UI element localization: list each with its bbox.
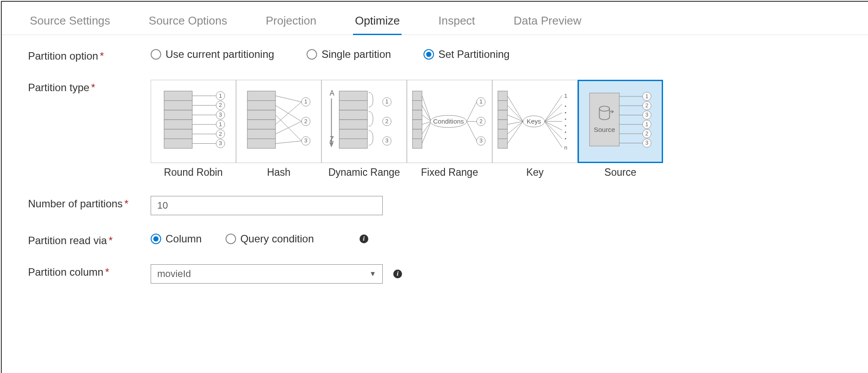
partition-column-label: Partition column* — [28, 264, 151, 278]
svg-line-100 — [545, 121, 562, 139]
tab-source-options[interactable]: Source Options — [147, 11, 229, 35]
svg-line-92 — [508, 121, 523, 143]
svg-text:3: 3 — [304, 137, 307, 144]
svg-text:Keys: Keys — [527, 118, 541, 125]
svg-text:3: 3 — [646, 140, 649, 146]
svg-rect-59 — [413, 101, 422, 110]
svg-point-109 — [565, 138, 566, 139]
info-icon[interactable]: i — [360, 234, 368, 243]
svg-text:A: A — [330, 89, 335, 97]
svg-text:2: 2 — [219, 102, 222, 108]
partition-type-label-round-robin: Round Robin — [151, 163, 236, 178]
svg-rect-60 — [413, 110, 422, 120]
partition-type-round-robin[interactable]: 123123 — [151, 80, 236, 163]
svg-rect-58 — [413, 91, 422, 101]
radio-use-current-partitioning[interactable]: Use current partitioning — [151, 48, 274, 60]
partition-type-label-source: Source — [578, 163, 663, 178]
svg-rect-4 — [164, 129, 192, 139]
svg-rect-24 — [247, 91, 275, 101]
svg-rect-3 — [164, 120, 192, 129]
info-icon[interactable]: i — [393, 270, 402, 278]
svg-rect-63 — [413, 139, 422, 149]
svg-point-106 — [565, 119, 566, 120]
hash-icon: 123 — [236, 80, 321, 163]
tab-source-settings[interactable]: Source Settings — [28, 11, 112, 35]
svg-text:3: 3 — [219, 111, 222, 118]
svg-rect-86 — [498, 139, 508, 149]
tab-data-preview[interactable]: Data Preview — [512, 11, 583, 35]
partition-column-select[interactable]: movieId ▼ — [151, 264, 383, 284]
partition-type-key[interactable]: Keys 1n — [492, 80, 578, 163]
num-partitions-label: Number of partitions* — [28, 196, 151, 210]
svg-rect-2 — [164, 110, 192, 120]
svg-rect-28 — [247, 129, 275, 139]
svg-text:1: 1 — [219, 121, 222, 128]
svg-rect-46 — [339, 91, 367, 101]
svg-rect-27 — [247, 120, 275, 129]
svg-line-97 — [545, 113, 562, 121]
partition-type-label-fixed-range: Fixed Range — [407, 163, 492, 178]
svg-text:3: 3 — [219, 140, 222, 146]
svg-rect-1 — [164, 101, 192, 110]
svg-rect-26 — [247, 110, 275, 120]
source-icon: Source 123123 — [579, 81, 662, 162]
svg-line-99 — [545, 121, 562, 130]
partition-type-label: Partition type* — [28, 80, 151, 94]
round-robin-icon: 123123 — [151, 80, 236, 163]
svg-line-88 — [508, 105, 523, 121]
radio-column[interactable]: Column — [151, 233, 202, 245]
partition-type-fixed-range[interactable]: Conditions 123 — [407, 80, 492, 163]
svg-line-35 — [275, 141, 301, 144]
chevron-down-icon: ▼ — [369, 270, 376, 278]
svg-text:1: 1 — [646, 121, 649, 128]
svg-text:2: 2 — [304, 118, 307, 124]
svg-rect-82 — [498, 101, 508, 110]
tab-optimize[interactable]: Optimize — [353, 11, 402, 35]
svg-text:1: 1 — [304, 98, 307, 105]
svg-line-30 — [275, 96, 301, 102]
svg-text:Source: Source — [594, 126, 615, 133]
radio-query-condition[interactable]: Query condition — [226, 233, 314, 245]
svg-text:Conditions: Conditions — [433, 118, 464, 125]
svg-line-72 — [467, 102, 477, 121]
svg-rect-83 — [498, 110, 508, 120]
svg-text:Z: Z — [330, 136, 334, 143]
svg-line-34 — [275, 121, 301, 134]
svg-line-95 — [545, 96, 562, 121]
tab-bar: Source Settings Source Options Projectio… — [2, 2, 868, 35]
svg-text:3: 3 — [646, 112, 649, 118]
svg-point-105 — [565, 112, 566, 114]
svg-text:1: 1 — [385, 98, 388, 105]
svg-text:2: 2 — [480, 118, 483, 124]
svg-text:2: 2 — [646, 131, 649, 137]
tab-projection[interactable]: Projection — [264, 11, 318, 35]
svg-rect-51 — [339, 139, 367, 149]
svg-text:1: 1 — [480, 98, 483, 105]
radio-single-partition[interactable]: Single partition — [307, 48, 391, 60]
partition-type-hash[interactable]: 123 — [236, 80, 321, 163]
svg-rect-61 — [413, 120, 422, 129]
tab-inspect[interactable]: Inspect — [437, 11, 477, 35]
partition-type-dynamic-range[interactable]: A Z 123 — [321, 80, 407, 163]
svg-line-101 — [545, 121, 562, 147]
svg-text:1: 1 — [564, 92, 567, 99]
partition-type-source[interactable]: Source 123123 — [578, 80, 663, 163]
svg-rect-0 — [164, 91, 192, 101]
num-partitions-input[interactable] — [151, 196, 383, 215]
svg-rect-85 — [498, 129, 508, 139]
svg-text:2: 2 — [219, 131, 222, 137]
svg-line-90 — [508, 121, 523, 124]
partition-type-label-hash: Hash — [236, 163, 321, 178]
svg-rect-5 — [164, 139, 192, 149]
svg-text:1: 1 — [646, 93, 649, 99]
svg-rect-84 — [498, 120, 508, 129]
svg-point-104 — [565, 106, 566, 107]
svg-point-107 — [565, 125, 566, 126]
partition-type-label-key: Key — [492, 163, 578, 178]
svg-rect-25 — [247, 101, 275, 110]
svg-point-108 — [565, 131, 566, 133]
svg-line-87 — [508, 96, 523, 121]
radio-set-partitioning[interactable]: Set Partitioning — [423, 48, 510, 60]
fixed-range-icon: Conditions 123 — [407, 80, 492, 163]
svg-rect-48 — [339, 110, 367, 120]
